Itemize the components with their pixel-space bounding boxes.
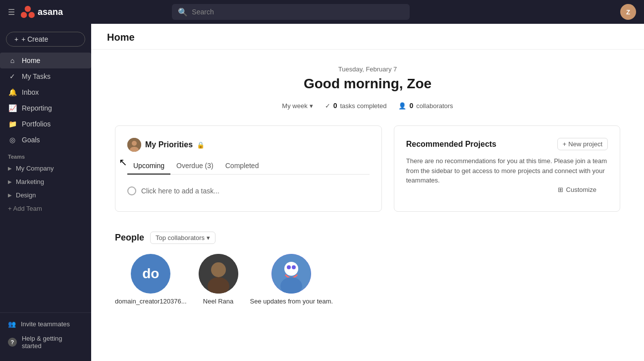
svg-point-10 — [284, 262, 298, 276]
goals-icon: ◎ — [8, 135, 17, 144]
svg-point-11 — [287, 265, 291, 269]
my-week-label: My week — [282, 102, 307, 110]
lock-icon: 🔒 — [197, 141, 205, 149]
tab-completed[interactable]: Completed — [219, 158, 265, 175]
topbar-left: ☰ asana — [8, 5, 63, 19]
chart-icon: 📈 — [8, 104, 17, 113]
person-card[interactable]: Neel Rana — [199, 254, 238, 305]
top-collaborators-button[interactable]: Top collaborators ▾ — [150, 232, 215, 244]
recommended-panel: Recommended Projects + New project There… — [394, 125, 620, 212]
my-week-stat: My week ▾ — [282, 102, 313, 110]
tasks-completed-label: tasks completed — [340, 102, 386, 110]
new-project-button[interactable]: + New project — [557, 138, 608, 150]
tasks-icon: ✓ — [8, 72, 17, 81]
people-icon: 👤 — [398, 102, 406, 110]
sidebar-team-my-company[interactable]: ▶ My Company — [0, 162, 91, 175]
tasks-completed-stat: ✓ 0 tasks completed — [325, 102, 387, 110]
people-icon: 👥 — [8, 320, 16, 328]
add-task-row[interactable]: Click here to add a task... — [127, 182, 370, 199]
plus-icon: + — [14, 35, 18, 43]
person-card[interactable]: See updates from your team. — [250, 254, 333, 305]
help-button[interactable]: ? Help & getting started — [0, 331, 91, 353]
stats-row: My week ▾ ✓ 0 tasks completed 👤 0 collab… — [115, 102, 620, 110]
svg-point-7 — [211, 262, 226, 277]
hamburger-icon[interactable]: ☰ — [8, 7, 15, 17]
person-name: domain_creator120376... — [115, 298, 187, 305]
chevron-right-icon: ▶ — [8, 179, 12, 184]
asana-logo-icon — [21, 5, 35, 19]
person-avatar — [271, 254, 311, 294]
sidebar-item-label: Goals — [22, 136, 40, 144]
sidebar-item-label: My Tasks — [22, 72, 51, 80]
sidebar-item-label: Reporting — [22, 104, 52, 112]
page-title: Home — [107, 32, 628, 49]
sidebar-item-inbox[interactable]: 🔔 Inbox — [0, 84, 91, 100]
svg-point-2 — [29, 12, 35, 18]
logo-text: asana — [38, 7, 63, 17]
add-task-label: Click here to add a task... — [141, 187, 219, 195]
sidebar-item-reporting[interactable]: 📈 Reporting — [0, 100, 91, 116]
person-avatar-img — [271, 254, 311, 294]
sidebar-item-label: Home — [22, 57, 40, 64]
bell-icon: 🔔 — [8, 88, 17, 97]
portfolio-icon: 📁 — [8, 120, 17, 128]
search-input[interactable] — [192, 8, 404, 16]
svg-point-1 — [21, 12, 27, 18]
main-content: Home Tuesday, February 7 Good morning, Z… — [91, 24, 644, 361]
recommended-header: Recommended Projects + New project — [406, 138, 608, 150]
sidebar-item-my-tasks[interactable]: ✓ My Tasks — [0, 68, 91, 84]
tab-overdue[interactable]: Overdue (3) — [170, 158, 219, 175]
sidebar: + + Create ⌂ Home ✓ My Tasks 🔔 Inbox 📈 R… — [0, 24, 91, 361]
topbar-right: Z — [620, 4, 636, 20]
invite-teammates-button[interactable]: 👥 Invite teammates — [0, 317, 91, 331]
user-avatar — [127, 138, 141, 152]
chevron-right-icon: ▶ — [8, 166, 12, 171]
chevron-right-icon: ▶ — [8, 192, 12, 198]
sidebar-item-home[interactable]: ⌂ Home — [0, 53, 91, 68]
sidebar-item-portfolios[interactable]: 📁 Portfolios — [0, 116, 91, 132]
priorities-panel-title: My Priorities — [145, 140, 193, 149]
panel-header: My Priorities 🔒 — [127, 138, 370, 152]
svg-point-12 — [292, 265, 296, 269]
create-button[interactable]: + + Create — [6, 32, 85, 47]
avatar[interactable]: Z — [620, 4, 636, 20]
my-week-button[interactable]: My week ▾ — [282, 102, 313, 110]
sidebar-item-label: Portfolios — [22, 120, 51, 128]
panels-row: My Priorities 🔒 Upcoming Overdue (3) Com… — [115, 125, 620, 212]
person-avatar-img — [199, 254, 238, 294]
teams-section-label: Teams — [0, 148, 91, 162]
sidebar-team-marketing[interactable]: ▶ Marketing — [0, 175, 91, 188]
customize-label: Customize — [566, 186, 596, 193]
asana-logo: asana — [21, 5, 63, 19]
svg-point-0 — [25, 6, 31, 12]
team-label: My Company — [16, 165, 54, 172]
filter-label: Top collaborators — [156, 234, 205, 241]
footer-label: Help & getting started — [22, 335, 83, 350]
recommended-panel-title: Recommended Projects — [406, 140, 496, 149]
priorities-panel: My Priorities 🔒 Upcoming Overdue (3) Com… — [115, 125, 382, 212]
sidebar-footer: 👥 Invite teammates ? Help & getting star… — [0, 312, 91, 357]
app-body: + + Create ⌂ Home ✓ My Tasks 🔔 Inbox 📈 R… — [0, 24, 644, 361]
svg-point-4 — [132, 141, 137, 146]
person-card[interactable]: do domain_creator120376... — [115, 254, 187, 305]
page-header: Home — [91, 24, 644, 50]
plus-icon: + — [563, 140, 567, 148]
greeting-date: Tuesday, February 7 — [115, 65, 620, 73]
sidebar-item-goals[interactable]: ◎ Goals — [0, 132, 91, 148]
topbar: ☰ asana 🔍 Z — [0, 0, 644, 24]
panel-tabs: Upcoming Overdue (3) Completed — [127, 158, 370, 175]
people-section: People Top collaborators ▾ do domain_cre… — [115, 232, 620, 305]
question-icon: ? — [8, 338, 17, 347]
customize-button[interactable]: ⊞ Customize — [558, 186, 596, 193]
collaborators-label: collaborators — [416, 102, 453, 110]
person-avatar: do — [131, 254, 170, 294]
team-label: Marketing — [16, 178, 44, 185]
sidebar-item-label: Inbox — [22, 88, 39, 96]
new-project-label: New project — [568, 140, 602, 148]
people-title: People — [115, 233, 144, 243]
tasks-completed-count: 0 — [333, 102, 337, 110]
search-bar[interactable]: 🔍 — [172, 4, 410, 20]
add-team-button[interactable]: + Add Team — [0, 202, 91, 215]
sidebar-team-design[interactable]: ▶ Design — [0, 188, 91, 202]
tab-upcoming[interactable]: Upcoming — [127, 158, 170, 175]
